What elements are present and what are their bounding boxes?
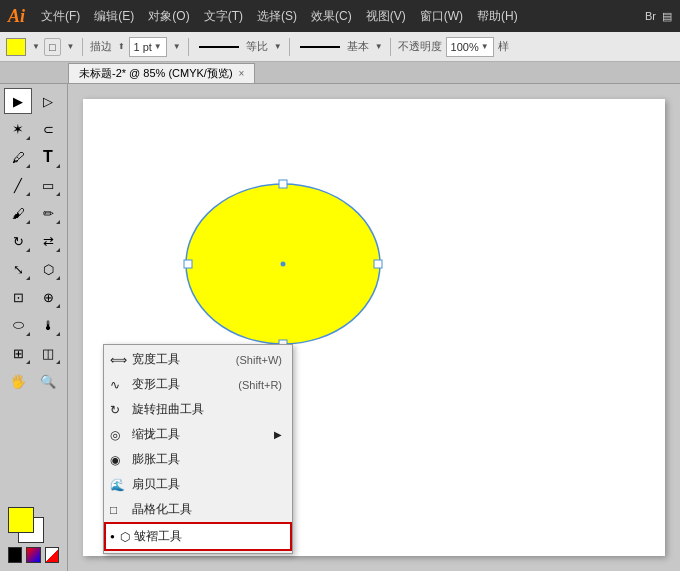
mesh-icon: ⊞ (13, 346, 24, 361)
menu-select[interactable]: 选择(S) (251, 6, 303, 27)
paintbrush-tool[interactable]: 🖌 (4, 200, 32, 226)
ctx-bloat-tool[interactable]: ◉ 膨胀工具 (104, 447, 292, 472)
svg-rect-4 (184, 260, 192, 268)
gradient-icon: ◫ (42, 346, 54, 361)
default-colors-btn[interactable] (8, 547, 22, 563)
lasso-icon: ⊂ (43, 122, 54, 137)
swap-colors-btn[interactable] (26, 547, 40, 563)
menu-type[interactable]: 文字(T) (198, 6, 249, 27)
panel-toggle[interactable]: ▤ (662, 10, 672, 23)
shape-builder-tool[interactable]: ⊕ (34, 284, 62, 310)
free-transform-tool[interactable]: ⊡ (4, 284, 32, 310)
stroke-style-btn[interactable]: □ (44, 38, 61, 56)
type-icon: T (43, 148, 53, 166)
svg-rect-2 (279, 180, 287, 188)
mirror-icon: ⇄ (43, 234, 54, 249)
menu-effect[interactable]: 效果(C) (305, 6, 358, 27)
document-tab[interactable]: 未标题-2* @ 85% (CMYK/预览) × (68, 63, 255, 83)
opacity-input[interactable]: 100% ▼ (446, 37, 494, 57)
tool-row-11: 🖐 🔍 (4, 368, 63, 394)
mesh-tool[interactable]: ⊞ (4, 340, 32, 366)
pen-icon: 🖊 (12, 150, 25, 165)
pencil-tool[interactable]: ✏ (34, 200, 62, 226)
eyedropper-tool[interactable]: 🌡 (34, 312, 62, 338)
zoom-tool[interactable]: 🔍 (34, 368, 62, 394)
menu-window[interactable]: 窗口(W) (414, 6, 469, 27)
magic-wand-icon: ✶ (12, 121, 24, 137)
fill-color-swatch[interactable] (6, 38, 26, 56)
svg-point-1 (281, 262, 286, 267)
svg-rect-5 (374, 260, 382, 268)
ctx-pucker-label: 缩拢工具 (132, 426, 180, 443)
bloat-tool-icon: ◉ (110, 453, 120, 467)
tool-row-1: ▶ ▷ (4, 88, 63, 114)
tool-row-2: ✶ ⊂ (4, 116, 63, 142)
mirror-tool[interactable]: ⇄ (34, 228, 62, 254)
rotate-tool[interactable]: ↻ (4, 228, 32, 254)
none-color-btn[interactable] (45, 547, 59, 563)
stroke-width-input[interactable]: 1 pt ▼ (129, 37, 167, 57)
rotate-icon: ↻ (13, 234, 24, 249)
menu-object[interactable]: 对象(O) (142, 6, 195, 27)
pucker-submenu-arrow: ▶ (274, 429, 282, 440)
sep3 (289, 38, 290, 56)
hand-tool[interactable]: 🖐 (4, 368, 32, 394)
hand-icon: 🖐 (10, 374, 26, 389)
ctx-warp-tool[interactable]: ∿ 变形工具 (Shift+R) (104, 372, 292, 397)
ctx-pucker-tool[interactable]: ◎ 缩拢工具 ▶ (104, 422, 292, 447)
tab-close-btn[interactable]: × (239, 68, 245, 79)
ellipse-svg (183, 179, 383, 349)
tool-row-9: ⬭ 🌡 (4, 312, 63, 338)
gradient-tool[interactable]: ◫ (34, 340, 62, 366)
type-tool[interactable]: T (34, 144, 62, 170)
ctx-wrinkle-label: 皱褶工具 (134, 528, 182, 545)
app-logo: Ai (8, 6, 25, 27)
left-toolbar: ▶ ▷ ✶ ⊂ 🖊 T (0, 84, 68, 571)
ctx-crystallize-tool[interactable]: □ 晶格化工具 (104, 497, 292, 522)
ctx-crystallize-label: 晶格化工具 (132, 501, 192, 518)
direct-select-tool[interactable]: ▷ (34, 88, 62, 114)
ctx-warp-label: 变形工具 (132, 376, 180, 393)
direct-select-icon: ▷ (43, 94, 53, 109)
tool-row-4: ╱ ▭ (4, 172, 63, 198)
warp-tool-icon: ∿ (110, 378, 120, 392)
ctx-wrinkle-tool[interactable]: ● ⬡ 皱褶工具 (104, 522, 292, 551)
tool-row-3: 🖊 T (4, 144, 63, 170)
opacity-label: 不透明度 (398, 39, 442, 54)
ctx-scallop-label: 扇贝工具 (132, 476, 180, 493)
ctx-width-tool[interactable]: ⟺ 宽度工具 (Shift+W) (104, 347, 292, 372)
toolbar: ▼ □ ▼ 描边 ⬆ 1 pt ▼ ▼ 等比 ▼ 基本 ▼ 不透明度 100% … (0, 32, 680, 62)
ctx-scallop-tool[interactable]: 🌊 扇贝工具 (104, 472, 292, 497)
ellipse-container (183, 179, 383, 349)
menu-help[interactable]: 帮助(H) (471, 6, 524, 27)
width-tool-icon: ⟺ (110, 353, 127, 367)
menu-file[interactable]: 文件(F) (35, 6, 86, 27)
tool-row-8: ⊡ ⊕ (4, 284, 63, 310)
swatch-controls (8, 547, 59, 563)
blend-icon: ⬭ (13, 317, 24, 333)
eyedropper-icon: 🌡 (42, 318, 55, 333)
bridge-button[interactable]: Br (645, 10, 656, 22)
sample-label: 样 (498, 39, 509, 54)
scale-icon: ⤡ (13, 262, 24, 277)
tool-row-5: 🖌 ✏ (4, 200, 63, 226)
foreground-swatch[interactable] (8, 507, 34, 533)
warp-tool-btn[interactable]: ⬡ (34, 256, 62, 282)
scale-tool[interactable]: ⤡ (4, 256, 32, 282)
menu-edit[interactable]: 编辑(E) (88, 6, 140, 27)
menu-view[interactable]: 视图(V) (360, 6, 412, 27)
rect-icon: ▭ (42, 178, 54, 193)
ctx-bloat-label: 膨胀工具 (132, 451, 180, 468)
ctx-twist-tool[interactable]: ↻ 旋转扭曲工具 (104, 397, 292, 422)
equal-label: 等比 (246, 39, 268, 54)
magic-wand-tool[interactable]: ✶ (4, 116, 32, 142)
lasso-tool[interactable]: ⊂ (34, 116, 62, 142)
line-tool[interactable]: ╱ (4, 172, 32, 198)
blend-tool[interactable]: ⬭ (4, 312, 32, 338)
selection-tool[interactable]: ▶ (4, 88, 32, 114)
rect-tool[interactable]: ▭ (34, 172, 62, 198)
ctx-width-shortcut: (Shift+W) (236, 354, 282, 366)
tab-bar: 未标题-2* @ 85% (CMYK/预览) × (0, 62, 680, 84)
tool-row-10: ⊞ ◫ (4, 340, 63, 366)
pen-tool[interactable]: 🖊 (4, 144, 32, 170)
